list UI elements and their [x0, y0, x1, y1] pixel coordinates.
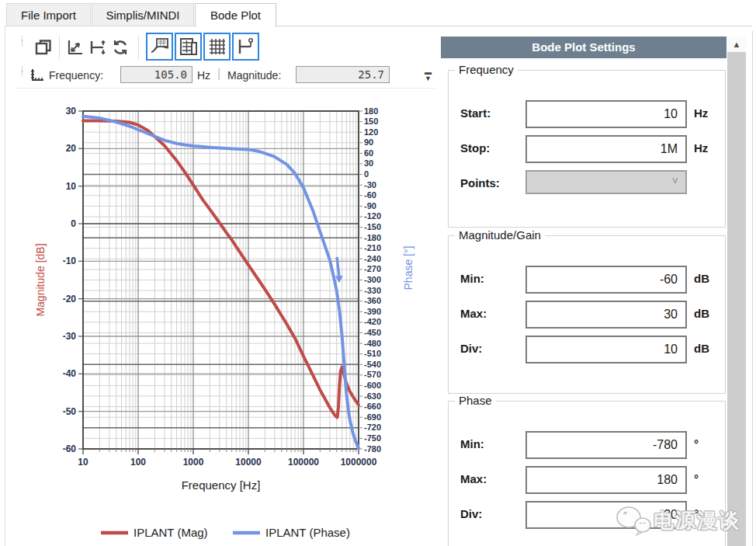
svg-text:90: 90: [364, 137, 373, 147]
tab-bode-plot[interactable]: Bode Plot: [195, 3, 276, 27]
magnitude-readout-value[interactable]: [296, 66, 390, 83]
svg-text:-270: -270: [364, 264, 381, 273]
svg-text:-690: -690: [364, 412, 381, 422]
unit-label: Hz: [694, 106, 708, 120]
frequency-start-field[interactable]: [525, 100, 687, 128]
tab-content-divider: [5, 26, 752, 26]
start-label: Start:: [460, 106, 491, 120]
svg-text:10000: 10000: [235, 457, 262, 468]
zoom-fit-button[interactable]: [64, 37, 86, 58]
frequency-readout-value[interactable]: [120, 66, 192, 83]
svg-text:0: 0: [71, 218, 76, 229]
report-table-toggle[interactable]: [175, 33, 202, 61]
settings-panel-header: Bode Plot Settings: [441, 37, 727, 58]
phase-min-field[interactable]: [525, 431, 687, 459]
svg-text:-450: -450: [364, 328, 381, 337]
fit-horizontal-button[interactable]: [87, 37, 109, 58]
tab-simplis-mindi[interactable]: Simplis/MINDI: [92, 3, 194, 26]
svg-text:-60: -60: [63, 443, 77, 454]
grid-toggle[interactable]: [203, 33, 231, 61]
div-label: Div:: [460, 507, 482, 520]
svg-text:-780: -780: [364, 444, 381, 454]
refresh-button[interactable]: [109, 37, 131, 58]
svg-text:180: 180: [364, 106, 378, 116]
unit-label: dB: [694, 307, 709, 320]
svg-text:-720: -720: [364, 423, 381, 432]
svg-text:-240: -240: [364, 254, 381, 263]
magnitude-gain-max-field[interactable]: [525, 301, 687, 329]
copy-pages-button[interactable]: [33, 37, 54, 58]
min-label: Min:: [460, 272, 484, 285]
frequency-unit-label: Hz: [197, 69, 210, 82]
phase-max-field[interactable]: [525, 466, 687, 494]
svg-text:-300: -300: [364, 275, 381, 284]
unit-label: dB: [694, 272, 709, 285]
group-legend: Magnitude/Gain: [455, 228, 545, 242]
content-right-border: [752, 31, 753, 546]
tab-file-import[interactable]: File Import: [6, 3, 91, 26]
svg-text:-40: -40: [63, 368, 77, 379]
group-legend: Frequency: [455, 63, 518, 76]
svg-text:100: 100: [130, 457, 146, 468]
toolbar-overflow-button[interactable]: ▬▼: [421, 66, 435, 85]
svg-text:-180: -180: [364, 233, 381, 242]
magnitude-readout-label: Magnitude:: [227, 69, 281, 82]
points-dropdown[interactable]: ˅: [525, 170, 687, 194]
unit-label: dB: [694, 342, 709, 355]
magnitude-gain-min-field[interactable]: [525, 266, 687, 294]
svg-text:-480: -480: [364, 339, 381, 348]
svg-text:10: 10: [66, 181, 77, 192]
svg-text:-390: -390: [364, 307, 381, 316]
svg-text:-600: -600: [364, 381, 381, 390]
svg-text:IPLANT (Phase): IPLANT (Phase): [265, 526, 350, 539]
axis-settings-icon[interactable]: [29, 68, 45, 86]
grid-icon: [207, 37, 227, 57]
svg-text:-120: -120: [364, 211, 381, 221]
svg-text:-330: -330: [364, 286, 381, 295]
svg-text:-420: -420: [364, 317, 381, 326]
unit-label: °: [694, 437, 699, 450]
svg-text:-50: -50: [63, 406, 77, 417]
svg-text:-570: -570: [364, 370, 381, 379]
frequency-stop-field[interactable]: [525, 135, 687, 163]
refresh-icon: [111, 38, 130, 57]
bode-plot-chart[interactable]: 3020100-10-20-30-40-50-60180150120906030…: [0, 89, 436, 546]
bode-plot-window: File Import Simplis/MINDI Bode Plot ⋮⋮: [0, 0, 756, 546]
group-legend: Phase: [455, 394, 496, 407]
svg-text:-90: -90: [364, 201, 376, 210]
max-label: Max:: [460, 472, 487, 485]
svg-text:-630: -630: [364, 391, 381, 401]
toolbar-separator: [59, 36, 60, 59]
svg-text:-10: -10: [63, 256, 77, 266]
panel-scrollbar-thumb[interactable]: [727, 52, 746, 546]
wechat-icon: [613, 503, 654, 537]
stop-label: Stop:: [460, 141, 490, 155]
svg-text:1000000: 1000000: [341, 457, 377, 468]
svg-text:100000: 100000: [288, 457, 319, 468]
magnitude-gain-div-field[interactable]: [525, 336, 687, 363]
svg-text:-360: -360: [364, 296, 381, 305]
active-tab-mask: [196, 26, 276, 27]
toolbar-drag-handle[interactable]: ⋮⋮: [19, 37, 22, 45]
svg-text:60: 60: [364, 148, 373, 158]
settings-group-magnitude-gain: Magnitude/GainMin:dBMax:dBDiv:dB: [448, 235, 726, 394]
frequency-readout-label: Frequency:: [49, 69, 103, 82]
svg-text:-150: -150: [364, 222, 381, 231]
svg-text:-540: -540: [364, 360, 381, 369]
unit-label: Hz: [694, 141, 708, 155]
svg-text:Magnitude [dB]: Magnitude [dB]: [34, 243, 47, 316]
svg-text:-60: -60: [364, 190, 376, 200]
max-label: Max:: [460, 307, 487, 320]
report-table-icon: [179, 37, 199, 57]
svg-text:Phase [°]: Phase [°]: [402, 246, 414, 290]
unit-label: °: [694, 472, 699, 485]
readout-drag-handle[interactable]: ⋮⋮: [19, 68, 22, 75]
points-label: Points:: [460, 176, 500, 190]
phase-marker-toggle[interactable]: [232, 33, 259, 61]
cursor-tooltip-toggle[interactable]: [146, 33, 173, 61]
scrollbar-up-button[interactable]: ▲: [727, 37, 746, 52]
watermark: 电源漫谈: [613, 501, 756, 540]
copy-pages-icon: [34, 38, 53, 57]
toolbar-bottom-divider: [16, 88, 436, 89]
svg-text:30: 30: [364, 158, 373, 168]
